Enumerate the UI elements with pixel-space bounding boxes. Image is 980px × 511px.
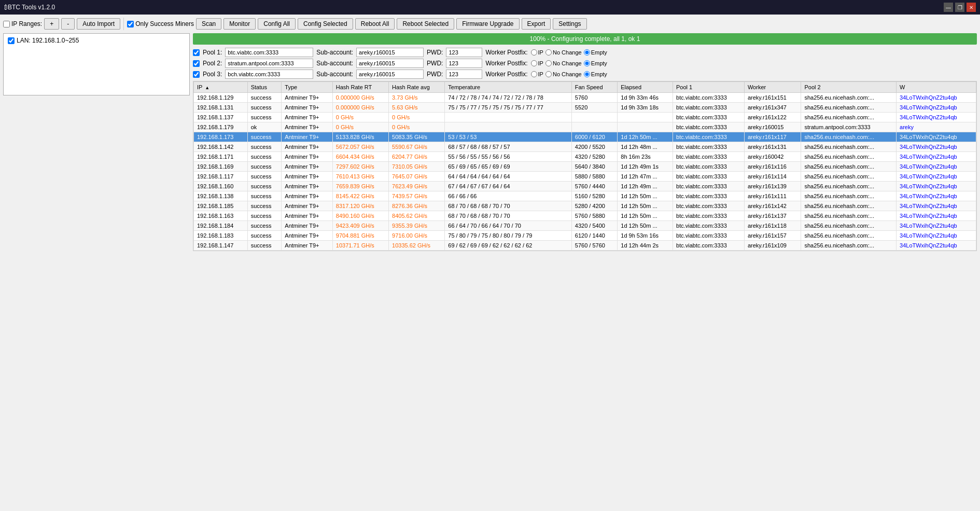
pool3-url-input[interactable] [225, 70, 313, 79]
monitor-button[interactable]: Monitor [223, 18, 256, 30]
table-cell: Antminer T9+ [282, 241, 332, 251]
pool3-empty-option[interactable]: Empty [584, 71, 607, 77]
col-worker[interactable]: Worker [744, 82, 801, 93]
table-row[interactable]: 192.168.1.129successAntminer T9+0.000000… [194, 93, 976, 103]
reboot-selected-button[interactable]: Reboot Selected [397, 18, 454, 30]
restore-button[interactable]: ❐ [955, 3, 964, 12]
col-pool1[interactable]: Pool 1 [673, 82, 745, 93]
table-row[interactable]: 192.168.1.185successAntminer T9+8317.120… [194, 201, 976, 211]
table-cell: sha256.eu.nicehash.com:... [801, 211, 897, 221]
col-elapsed[interactable]: Elapsed [618, 82, 673, 93]
table-row[interactable]: 192.168.1.173successAntminer T9+5133.828… [194, 132, 976, 142]
pool3-empty-radio[interactable] [584, 71, 590, 77]
pool3-ip-option[interactable]: IP [531, 71, 543, 77]
table-cell: sha256.eu.nicehash.com:... [801, 221, 897, 231]
ip-ranges-checkbox[interactable] [3, 21, 10, 27]
col-ip[interactable]: IP ▲ [194, 82, 248, 93]
col-type[interactable]: Type [282, 82, 332, 93]
table-cell: 1d 9h 33m 46s [618, 93, 673, 103]
pool2-ip-radio[interactable] [531, 60, 537, 66]
col-temperature[interactable]: Temperature [445, 82, 571, 93]
pool1-pwd-input[interactable] [446, 48, 482, 57]
pool2-empty-option[interactable]: Empty [584, 60, 607, 66]
table-cell: 34LoTWxihQnZ2tu4qb [897, 191, 976, 201]
pool2-nochange-radio[interactable] [545, 60, 552, 66]
pool2-worker-postfix-label: Worker Postfix: [485, 60, 527, 67]
table-cell [618, 113, 673, 122]
pool3-subaccount-input[interactable] [356, 70, 424, 79]
pool2-url-input[interactable] [225, 59, 313, 68]
content-area: LAN: 192.168.1.0~255 100% - Configuring … [3, 33, 977, 251]
pool1-empty-option[interactable]: Empty [584, 49, 607, 56]
pool2-nochange-option[interactable]: No Change [545, 60, 582, 66]
table-row[interactable]: 192.168.1.169successAntminer T9+7297.602… [194, 162, 976, 172]
table-row[interactable]: 192.168.1.184successAntminer T9+9423.409… [194, 221, 976, 231]
titlebar: ₿ BTC Tools v1.2.0 — ❐ ✕ [0, 0, 980, 15]
col-w[interactable]: W [897, 82, 976, 93]
table-cell: 34LoTWxihQnZ2tu4qb [897, 201, 976, 211]
table-cell: 1d 12h 50m ... [618, 221, 673, 231]
scan-button[interactable]: Scan [196, 18, 221, 30]
remove-ip-button[interactable]: - [61, 18, 75, 30]
settings-button[interactable]: Settings [553, 18, 586, 30]
pool1-subaccount-input[interactable] [356, 48, 424, 57]
config-all-button[interactable]: Config All [258, 18, 296, 30]
pool1-nochange-option[interactable]: No Change [545, 49, 582, 56]
table-row[interactable]: 192.168.1.117successAntminer T9+7610.413… [194, 172, 976, 182]
pool1-ip-option[interactable]: IP [531, 49, 543, 56]
auto-import-button[interactable]: Auto Import [77, 18, 120, 30]
col-fan[interactable]: Fan Speed [571, 82, 618, 93]
table-cell: Antminer T9+ [282, 201, 332, 211]
close-button[interactable]: ✕ [967, 3, 976, 12]
table-cell: btc.viabtc.com:3333 [673, 211, 745, 221]
table-row[interactable]: 192.168.1.137successAntminer T9+0 GH/s0 … [194, 113, 976, 122]
minimize-button[interactable]: — [944, 3, 953, 12]
export-button[interactable]: Export [522, 18, 551, 30]
table-row[interactable]: 192.168.1.160successAntminer T9+7659.839… [194, 182, 976, 191]
table-cell: btc.viabtc.com:3333 [673, 122, 745, 132]
only-success-label[interactable]: Only Success Miners [127, 20, 194, 27]
pool3-nochange-radio[interactable] [545, 71, 552, 77]
table-row[interactable]: 192.168.1.171successAntminer T9+6604.434… [194, 152, 976, 162]
pool1-url-input[interactable] [225, 48, 313, 57]
table-row[interactable]: 192.168.1.138successAntminer T9+8145.422… [194, 191, 976, 201]
col-status[interactable]: Status [247, 82, 282, 93]
table-cell: 7297.602 GH/s [332, 162, 388, 172]
pool2-ip-option[interactable]: IP [531, 60, 543, 66]
pool2-empty-radio[interactable] [584, 60, 590, 66]
only-success-checkbox[interactable] [127, 21, 134, 27]
col-hashrate-rt[interactable]: Hash Rate RT [332, 82, 388, 93]
table-cell: 34LoTWxihQnZ2tu4qb [897, 172, 976, 182]
table-cell: areky.r161x111 [744, 191, 801, 201]
pool1-nochange-radio[interactable] [545, 49, 552, 56]
pool2-checkbox[interactable] [193, 60, 200, 67]
pool1-checkbox[interactable] [193, 49, 200, 56]
table-row[interactable]: 192.168.1.163successAntminer T9+8490.160… [194, 211, 976, 221]
table-row[interactable]: 192.168.1.179okAntminer T9+0 GH/s0 GH/sb… [194, 122, 976, 132]
table-cell: 68 / 70 / 68 / 68 / 70 / 70 [445, 201, 571, 211]
table-cell: sha256.eu.nicehash.com:... [801, 113, 897, 122]
col-hashrate-avg[interactable]: Hash Rate avg [389, 82, 445, 93]
firmware-upgrade-button[interactable]: Firmware Upgrade [456, 18, 519, 30]
table-cell: success [247, 142, 282, 152]
table-cell: 5880 / 5880 [571, 172, 618, 182]
reboot-all-button[interactable]: Reboot All [355, 18, 395, 30]
pool3-nochange-option[interactable]: No Change [545, 71, 582, 77]
table-row[interactable]: 192.168.1.183successAntminer T9+9704.881… [194, 231, 976, 241]
col-pool2[interactable]: Pool 2 [801, 82, 897, 93]
lan-checkbox[interactable] [8, 37, 15, 44]
pool2-pwd-input[interactable] [446, 59, 482, 68]
config-selected-button[interactable]: Config Selected [298, 18, 353, 30]
table-row[interactable]: 192.168.1.142successAntminer T9+5672.057… [194, 142, 976, 152]
ip-ranges-checkbox-label[interactable]: IP Ranges: [3, 20, 42, 27]
table-row[interactable]: 192.168.1.131successAntminer T9+0.000000… [194, 103, 976, 113]
pool3-checkbox[interactable] [193, 71, 200, 78]
table-row[interactable]: 192.168.1.147successAntminer T9+10371.71… [194, 241, 976, 251]
pool3-ip-radio[interactable] [531, 71, 537, 77]
table-cell: 192.168.1.147 [194, 241, 248, 251]
pool3-pwd-input[interactable] [446, 70, 482, 79]
pool2-subaccount-input[interactable] [356, 59, 424, 68]
pool1-ip-radio[interactable] [531, 49, 537, 56]
add-ip-button[interactable]: + [44, 18, 59, 30]
pool1-empty-radio[interactable] [584, 49, 590, 56]
